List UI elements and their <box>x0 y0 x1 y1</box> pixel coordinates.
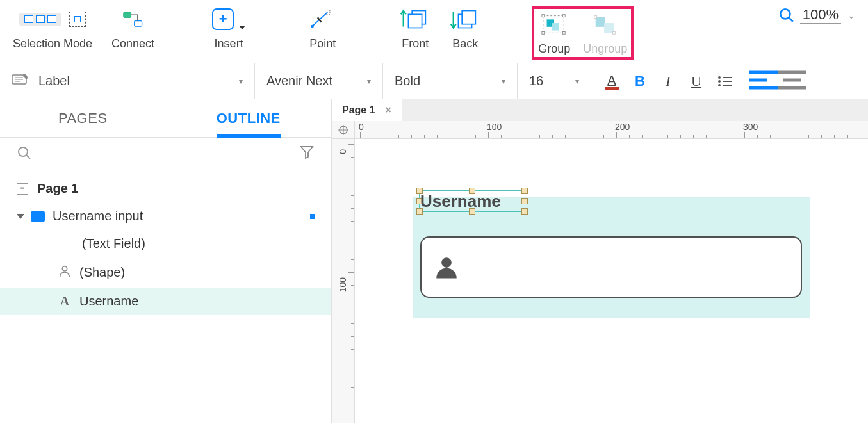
point-button[interactable]: Point <box>309 6 336 51</box>
selection-mode-single-icon <box>69 12 86 27</box>
group-ungroup-highlight: Group Ungroup <box>532 6 634 60</box>
svg-point-42 <box>441 257 452 268</box>
tree-textfield-label: (Text Field) <box>82 236 145 251</box>
page-icon: ≡ <box>17 183 28 195</box>
tree-textfield-row[interactable]: (Text Field) <box>0 230 331 257</box>
point-label: Point <box>309 37 336 51</box>
chevron-down-icon: ▾ <box>239 77 243 86</box>
align-left-icon <box>749 70 778 93</box>
svg-rect-19 <box>594 16 597 19</box>
chevron-down-icon: ▾ <box>502 77 505 86</box>
ungroup-button[interactable]: Ungroup <box>583 12 627 56</box>
search-icon <box>778 7 795 24</box>
outline-tree: ≡ Page 1 Username input (Text Field) (Sh… <box>0 168 331 321</box>
close-icon[interactable]: × <box>386 104 391 116</box>
selection-mode-button[interactable]: Selection Mode <box>13 6 92 51</box>
front-button[interactable]: Front <box>400 6 430 51</box>
svg-rect-1 <box>134 21 142 27</box>
label-style-icon <box>12 72 38 90</box>
ungroup-icon <box>592 13 619 36</box>
back-button[interactable]: Back <box>450 6 480 51</box>
horizontal-ruler[interactable]: 0100200300 <box>355 121 868 139</box>
italic-button[interactable]: I <box>654 69 682 94</box>
text-style-buttons: A B I U <box>591 69 812 94</box>
group-icon <box>541 13 568 36</box>
tree-group-label: Username input <box>53 209 143 224</box>
send-back-icon <box>450 8 480 31</box>
username-input-group[interactable]: Username <box>413 197 810 318</box>
svg-rect-9 <box>462 11 475 24</box>
font-size-selector[interactable]: 16 ▾ <box>518 63 591 99</box>
tree-shape-label: (Shape) <box>79 265 125 280</box>
svg-point-28 <box>718 84 721 86</box>
svg-rect-14 <box>563 31 566 34</box>
chevron-down-icon: ▾ <box>367 77 371 86</box>
svg-rect-16 <box>552 23 559 30</box>
svg-rect-13 <box>542 31 545 34</box>
text-color-button[interactable]: A <box>598 69 626 94</box>
folder-icon <box>31 211 45 222</box>
svg-point-21 <box>780 9 790 19</box>
locate-icon[interactable] <box>307 211 318 222</box>
svg-point-38 <box>62 266 67 271</box>
group-button[interactable]: Group <box>538 12 570 56</box>
tree-page-label: Page 1 <box>37 181 78 196</box>
font-weight: Bold <box>395 74 420 88</box>
underline-button[interactable]: U <box>682 69 710 94</box>
align-center-button[interactable] <box>778 69 806 94</box>
text-color-icon: A <box>605 73 619 90</box>
tree-group-row[interactable]: Username input <box>0 202 331 230</box>
tree-label-label: Username <box>79 294 138 309</box>
ungroup-label: Ungroup <box>583 42 627 56</box>
search-icon[interactable] <box>17 145 32 161</box>
tab-pages[interactable]: PAGES <box>0 99 166 137</box>
svg-line-37 <box>26 155 30 159</box>
font-weight-selector[interactable]: Bold ▾ <box>383 63 518 99</box>
username-textfield-element[interactable] <box>420 236 802 298</box>
svg-rect-6 <box>409 14 422 28</box>
back-label: Back <box>452 37 478 51</box>
svg-point-2 <box>311 25 314 28</box>
canvas[interactable]: Username <box>355 139 868 423</box>
selection-mode-label: Selection Mode <box>13 37 92 51</box>
crosshair-icon <box>338 125 348 135</box>
align-left-button[interactable] <box>749 69 778 94</box>
chevron-down-icon: ⌄ <box>848 10 855 20</box>
style-selector[interactable]: Label ▾ <box>0 63 255 99</box>
style-name: Label <box>38 74 70 88</box>
svg-rect-11 <box>542 15 545 17</box>
align-center-icon <box>778 70 806 93</box>
text-icon: A <box>58 294 72 309</box>
page-tab-label: Page 1 <box>342 104 375 116</box>
bold-button[interactable]: B <box>626 69 654 94</box>
connect-button[interactable]: Connect <box>111 6 154 51</box>
tree-page-row[interactable]: ≡ Page 1 <box>0 175 331 202</box>
svg-rect-12 <box>563 15 566 17</box>
insert-button[interactable]: + Insert <box>212 6 245 51</box>
chevron-down-icon: ▾ <box>575 77 579 86</box>
zoom-value: 100% <box>800 6 841 24</box>
filter-button[interactable] <box>299 144 315 161</box>
divider <box>744 70 744 93</box>
zoom-control[interactable]: 100% ⌄ <box>778 6 855 24</box>
chevron-down-icon <box>239 26 245 29</box>
list-button[interactable] <box>710 69 739 94</box>
selection-mode-multi-icon <box>19 13 61 26</box>
sidebar: PAGES OUTLINE ≡ Page 1 Username inp <box>0 99 332 423</box>
list-icon <box>717 76 732 87</box>
tab-outline[interactable]: OUTLINE <box>166 99 332 137</box>
vertical-ruler[interactable]: 0100 <box>332 139 355 423</box>
ruler-origin[interactable] <box>332 121 355 139</box>
font-selector[interactable]: Avenir Next ▾ <box>255 63 383 99</box>
tree-shape-row[interactable]: (Shape) <box>0 257 331 288</box>
username-label-element[interactable]: Username <box>420 191 501 211</box>
tree-label-row[interactable]: A Username <box>0 288 331 315</box>
format-toolbar: Label ▾ Avenir Next ▾ Bold ▾ 16 ▾ A B I … <box>0 63 868 99</box>
canvas-area: Page 1 × 0100200300 0100 Username <box>332 99 868 423</box>
page-tab-strip: Page 1 × <box>332 99 868 121</box>
person-icon <box>433 254 460 281</box>
expand-icon <box>17 214 24 219</box>
bring-front-icon <box>400 8 430 31</box>
svg-rect-0 <box>123 12 131 18</box>
page-tab[interactable]: Page 1 × <box>332 99 402 121</box>
